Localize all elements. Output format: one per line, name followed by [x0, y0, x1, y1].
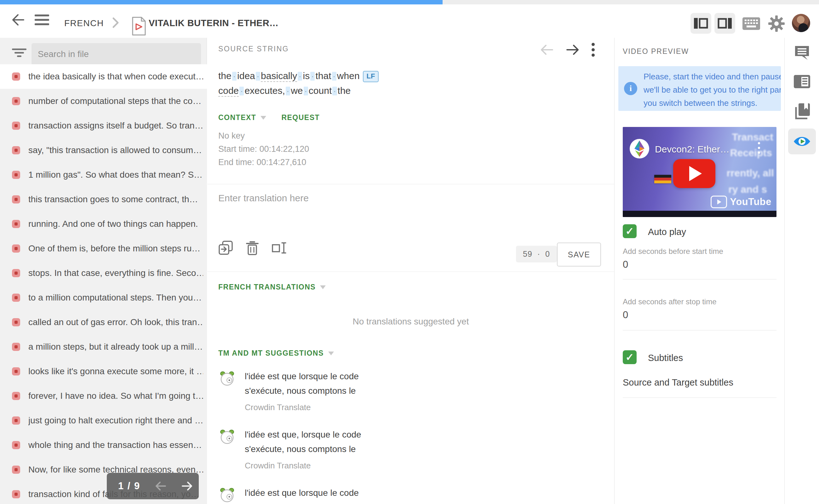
settings-gear-icon[interactable]: [768, 15, 785, 32]
glossary-books-icon[interactable]: [793, 103, 810, 120]
after-stop-input[interactable]: 0: [623, 309, 628, 321]
string-list-item[interactable]: 1 million gas". So what does that mean? …: [0, 163, 207, 187]
string-status-icon: [12, 466, 20, 474]
breadcrumb-language[interactable]: FRENCH: [64, 18, 104, 28]
tm-suggestion-item[interactable]: l'idée est que lorsque le code s'exécute…: [218, 369, 502, 412]
video-preview-toggle-button[interactable]: [788, 129, 816, 154]
string-list-item[interactable]: transaction assigns itself a budget. So …: [0, 113, 207, 138]
string-list-item[interactable]: stops. In that case, everything is fine.…: [0, 261, 207, 285]
save-button[interactable]: SAVE: [557, 243, 601, 266]
right-icon-rail: [784, 38, 819, 504]
copy-source-icon[interactable]: [218, 240, 233, 255]
start-time: Start time: 00:14:22,120: [218, 144, 309, 154]
youtube-play-box-icon: [711, 196, 727, 208]
string-status-icon: [12, 97, 20, 105]
subtitles-checkbox[interactable]: ✓: [623, 350, 637, 364]
keyboard-shortcuts-icon[interactable]: [742, 16, 760, 31]
delete-translation-icon[interactable]: [245, 240, 259, 256]
video-title[interactable]: Devcon2: Ether…: [655, 144, 730, 155]
string-list-item[interactable]: say, "this transaction is allowed to con…: [0, 138, 207, 163]
youtube-logo[interactable]: YouTube: [711, 196, 772, 208]
context-article-icon[interactable]: [793, 74, 811, 89]
breadcrumb-file-title[interactable]: VITALIK BUTERIN - ETHER…: [149, 18, 279, 28]
german-flag: [654, 175, 671, 183]
layout-left-icon: [694, 17, 708, 29]
subtitles-mode-select[interactable]: Source and Target subtitles: [623, 377, 733, 388]
context-toggle[interactable]: CONTEXT: [218, 113, 266, 122]
string-list-item-label: looks like it's gonna execute some more,…: [28, 366, 203, 376]
info-line: Please, start the video and then pause i…: [644, 70, 781, 83]
string-list-item[interactable]: this transaction goes to some contract, …: [0, 187, 207, 212]
string-list-item-label: say, "this transaction is allowed to con…: [28, 145, 203, 155]
slide-text: ry and s: [728, 184, 767, 195]
user-avatar[interactable]: [792, 14, 810, 32]
string-list-item-label: transaction assigns itself a budget. So …: [28, 121, 203, 131]
search-input[interactable]: [31, 43, 201, 65]
info-line: we'll be able to get you to the right pa…: [644, 83, 781, 96]
preview-eye-icon: [793, 135, 811, 148]
youtube-video-embed[interactable]: Transact Receipts rrently, all ry and s …: [623, 127, 776, 217]
before-start-input[interactable]: 0: [623, 259, 628, 270]
layout-left-panel-button[interactable]: [690, 13, 711, 34]
string-menu-kebab-icon[interactable]: [591, 42, 595, 57]
string-status-icon: [12, 122, 20, 130]
prev-page-arrow-icon[interactable]: [155, 481, 167, 491]
string-list-item[interactable]: running. And one of two things can happe…: [0, 212, 207, 236]
string-list-item-label: just going to halt execution right there…: [28, 415, 203, 426]
divider: [207, 184, 614, 184]
comments-icon[interactable]: [794, 45, 810, 60]
youtube-play-button[interactable]: [673, 159, 715, 188]
request-context-button[interactable]: REQUEST: [281, 113, 320, 122]
string-list-item[interactable]: just going to halt execution right there…: [0, 408, 207, 433]
source-string-text: the·idea·basically·is·that·whenLF code·e…: [218, 69, 379, 98]
string-list-item[interactable]: looks like it's gonna execute some more,…: [0, 359, 207, 384]
linefeed-tag: LF: [363, 71, 379, 82]
suggestion-text-line: l'idée est que lorsque le code: [245, 369, 359, 384]
video-menu-kebab-icon[interactable]: [758, 142, 760, 154]
tm-suggestion-item[interactable]: l'idée est que lorsque le code: [218, 486, 502, 504]
context-caret-icon: [261, 116, 266, 120]
strings-sidebar: the idea basically is that when code exe…: [0, 38, 207, 504]
layout-right-panel-button[interactable]: [714, 13, 735, 34]
string-list-item[interactable]: number of computational steps that the c…: [0, 89, 207, 113]
string-list-item-label: this transaction goes to some contract, …: [28, 194, 203, 204]
string-list-item[interactable]: forever, I have no idea. So what I'm goi…: [0, 384, 207, 408]
string-list-item-label: running. And one of two things can happe…: [28, 219, 203, 229]
top-toolbar: FRENCH VITALIK BUTERIN - ETHER…: [0, 4, 819, 38]
string-status-icon: [12, 343, 20, 351]
autoplay-label: Auto play: [648, 227, 686, 237]
after-stop-label: Add seconds after stop time: [623, 297, 717, 306]
previous-string-icon[interactable]: [539, 43, 554, 57]
back-arrow-icon[interactable]: [11, 13, 26, 27]
suggestion-provider: Crowdin Translate: [245, 403, 359, 412]
string-status-icon: [12, 195, 20, 203]
menu-hamburger-icon[interactable]: [34, 14, 50, 26]
string-list-item-label: to a million computational steps. Then y…: [28, 293, 203, 303]
string-status-icon: [12, 490, 20, 498]
slide-text: Transact: [732, 131, 773, 143]
string-list-item[interactable]: a million steps, but it already took up …: [0, 335, 207, 359]
suggestion-text-line: l'idée est que, lorsque le code: [245, 427, 361, 442]
autoplay-checkbox[interactable]: ✓: [623, 224, 637, 238]
next-page-arrow-icon[interactable]: [181, 481, 193, 491]
video-info-box: i Please, start the video and then pause…: [618, 66, 781, 111]
next-string-icon[interactable]: [565, 43, 580, 57]
tm-mt-suggestions-header[interactable]: TM AND MT SUGGESTIONS: [218, 349, 334, 358]
suggestion-text-line: s'exécute, nous comptons le: [245, 442, 361, 456]
french-translations-header[interactable]: FRENCH TRANSLATIONS: [218, 283, 326, 291]
string-list-item[interactable]: called an out of gas error. Oh look, thi…: [0, 310, 207, 335]
clear-formatting-icon[interactable]: [271, 240, 287, 255]
crowdin-translate-icon: [220, 488, 235, 504]
info-icon: i: [624, 82, 637, 95]
string-list-item-label: stops. In that case, everything is fine.…: [28, 268, 203, 278]
string-list-item[interactable]: to a million computational steps. Then y…: [0, 285, 207, 310]
string-list-item[interactable]: whole thing and the transaction has esse…: [0, 433, 207, 457]
string-list-item[interactable]: the idea basically is that when code exe…: [0, 64, 207, 89]
translation-input[interactable]: Enter translation here: [218, 193, 309, 203]
filter-icon[interactable]: [11, 46, 27, 60]
suggestion-text-line: l'idée est que lorsque le code: [245, 486, 359, 500]
string-key: No key: [218, 131, 245, 141]
divider: [207, 272, 614, 272]
string-list-item[interactable]: One of them is, before the million steps…: [0, 236, 207, 261]
tm-suggestion-item[interactable]: l'idée est que, lorsque le code s'exécut…: [218, 427, 502, 471]
